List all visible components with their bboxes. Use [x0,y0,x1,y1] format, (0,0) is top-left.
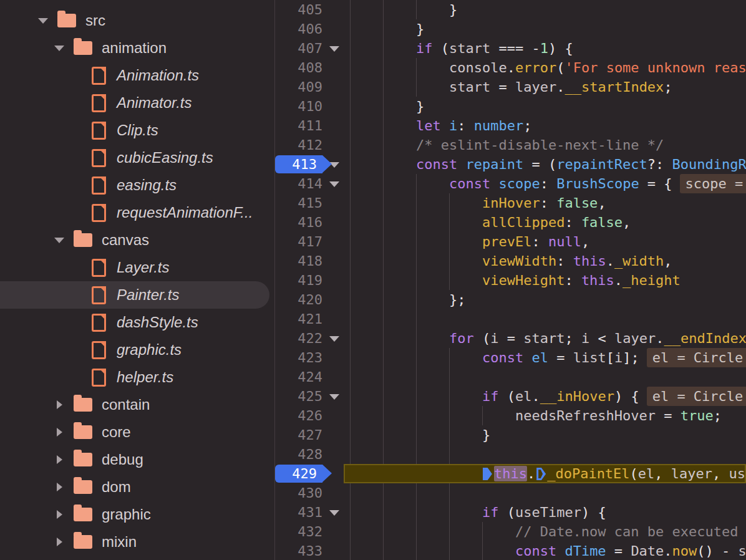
tree-item-clip-ts[interactable]: Clip.ts [0,117,274,144]
tree-item-helper-ts[interactable]: helper.ts [0,364,274,391]
chevron-right-icon[interactable] [54,428,65,437]
breakpoint-badge[interactable]: 413 [275,155,322,173]
code-content[interactable]: viewWidth: this._width, [347,251,746,271]
tree-item-requestanimationf[interactable]: requestAnimationF... [0,199,274,226]
code-content[interactable]: viewHeight: this._height [347,271,746,290]
line-number[interactable]: 418 [275,251,322,271]
line-number[interactable]: 422 [275,329,322,348]
tree-item-animator-ts[interactable]: Animator.ts [0,89,274,117]
tree-item-animation[interactable]: animation [0,34,274,62]
code-content[interactable] [347,483,746,503]
code-content[interactable]: needsRefreshHover = true; [347,406,746,425]
code-content[interactable]: this._doPaintEl(el, layer, use [344,464,746,483]
line-number[interactable]: 432 [275,522,322,541]
line-number[interactable]: 419 [275,271,322,290]
fold-toggle[interactable] [322,329,347,348]
code-content[interactable]: /* eslint-disable-next-line */ [347,135,746,155]
line-number[interactable]: 417 [275,232,322,251]
tree-item-dom[interactable]: dom [0,473,274,501]
line-number[interactable]: 428 [275,445,322,464]
tree-item-mixin[interactable]: mixin [0,528,274,556]
code-content[interactable]: const repaint = (repaintRect?: BoundingR… [347,155,746,174]
code-content[interactable]: // Date.now can be executed in [347,522,746,541]
fold-arrow-icon[interactable] [329,336,339,342]
line-number[interactable]: 423 [275,348,322,367]
tree-item-debug[interactable]: debug [0,446,274,473]
code-content[interactable]: inHover: false, [347,193,746,213]
line-number[interactable]: 414 [275,174,322,193]
line-number[interactable]: 408 [275,58,322,77]
chevron-down-icon[interactable] [54,238,65,243]
tree-item-easing-ts[interactable]: easing.ts [0,171,274,199]
line-number[interactable]: 427 [275,425,322,445]
chevron-right-icon[interactable] [54,483,65,491]
tree-item-graphic[interactable]: graphic [0,501,274,528]
line-number[interactable]: 425 [275,387,322,406]
chevron-right-icon[interactable] [54,510,65,519]
line-number[interactable]: 426 [275,406,322,425]
chevron-right-icon[interactable] [54,455,65,464]
code-content[interactable] [347,367,746,387]
fold-arrow-icon[interactable] [329,510,339,516]
tree-item-canvas[interactable]: canvas [0,226,274,254]
line-number[interactable]: 411 [275,116,322,135]
code-content[interactable]: start = layer.__startIndex; [347,77,746,97]
code-content[interactable] [347,309,746,329]
line-number[interactable]: 421 [275,309,322,329]
code-content[interactable]: const el = list[i];el = Circle [347,348,746,367]
line-number[interactable]: 415 [275,193,322,213]
code-content[interactable]: let i: number; [347,116,746,135]
chevron-down-icon[interactable] [54,46,65,51]
fold-arrow-icon[interactable] [329,181,339,187]
tree-item-painter-ts[interactable]: Painter.ts [0,281,269,309]
code-editor[interactable]: 405 }406 }407 if (start === -1) {408 con… [274,0,746,560]
fold-toggle[interactable] [322,39,347,58]
code-content[interactable]: for (i = start; i < layer.__endIndex; [347,329,746,348]
fold-arrow-icon[interactable] [329,46,339,52]
tree-item-graphic-ts[interactable]: graphic.ts [0,336,274,364]
code-content[interactable]: if (useTimer) { [347,503,746,522]
inline-breakpoint-icon[interactable] [483,468,492,480]
tree-item-core[interactable]: core [0,418,274,446]
chevron-down-icon[interactable] [37,18,49,24]
code-content[interactable]: prevEl: null, [347,232,746,251]
chevron-right-icon[interactable] [54,400,65,409]
line-number[interactable]: 407 [275,39,322,58]
code-content[interactable]: const scope: BrushScope = {scope = [347,174,746,193]
tree-item-layer-ts[interactable]: Layer.ts [0,254,274,281]
line-number[interactable]: 412 [275,135,322,155]
line-number[interactable]: 416 [275,213,322,232]
fold-toggle[interactable] [322,387,347,406]
line-number[interactable]: 431 [275,503,322,522]
code-content[interactable]: if (start === -1) { [347,39,746,58]
fold-toggle[interactable] [322,174,347,193]
chevron-right-icon[interactable] [54,538,65,546]
line-number[interactable]: 424 [275,367,322,387]
fold-arrow-icon[interactable] [329,394,339,400]
line-number[interactable]: 430 [275,483,322,503]
code-content[interactable]: if (el.__inHover) {el = Circle [347,387,746,406]
tree-item-contain[interactable]: contain [0,391,274,418]
code-content[interactable] [347,445,746,464]
line-number[interactable]: 410 [275,97,322,116]
code-content[interactable]: } [347,425,746,445]
code-content[interactable]: } [347,97,746,116]
line-number[interactable]: 406 [275,19,322,39]
code-content[interactable]: }; [347,290,746,309]
line-number[interactable]: 405 [275,0,322,19]
inline-breakpoint-icon[interactable] [536,468,546,480]
line-number[interactable]: 409 [275,77,322,97]
current-debug-line-badge[interactable]: 429 [275,465,322,483]
fold-toggle[interactable] [322,503,347,522]
code-content[interactable]: } [347,19,746,39]
tree-item-animation-ts[interactable]: Animation.ts [0,62,274,89]
code-content[interactable]: allClipped: false, [347,213,746,232]
line-number[interactable]: 433 [275,541,322,560]
code-content[interactable]: const dTime = Date.now() - st [347,541,746,560]
tree-item-src[interactable]: src [0,7,274,34]
tree-item-dashstyle-ts[interactable]: dashStyle.ts [0,309,274,336]
tree-item-cubiceasing-ts[interactable]: cubicEasing.ts [0,144,274,171]
code-content[interactable]: console.error('For some unknown reaso [347,58,746,77]
line-number[interactable]: 420 [275,290,322,309]
code-content[interactable]: } [347,0,746,19]
